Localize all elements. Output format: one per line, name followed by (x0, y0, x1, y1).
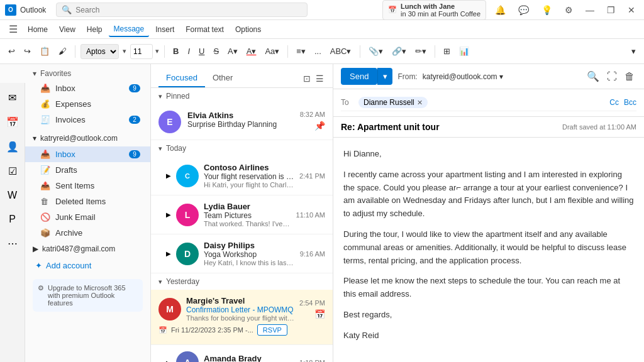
sidebar-item-archive[interactable]: 📦 Archive (25, 225, 150, 241)
send-dropdown-button[interactable]: ▾ (377, 68, 392, 85)
account2-header[interactable]: ▶ katri0487@gmail.com (25, 241, 150, 257)
expand-amanda-button[interactable]: ▶ (166, 359, 171, 363)
subject-text: Re: Apartment unit tour (341, 122, 440, 132)
sidebar-item-sent[interactable]: 📤 Sent Items (25, 178, 150, 194)
menu-format-text[interactable]: Format text (180, 23, 229, 36)
tab-focused[interactable]: Focused (158, 69, 205, 87)
undo-button[interactable]: ↩ (5, 45, 18, 58)
underline-button[interactable]: U (196, 45, 208, 58)
font-size-input[interactable] (130, 44, 153, 59)
sidebar-item-drafts[interactable]: 📝 Drafts (25, 162, 150, 178)
zoom-button[interactable]: 🔍 (585, 69, 601, 84)
subject-elvia: Surprise Birthday Planning (187, 120, 294, 129)
highlight-button[interactable]: A▾ (225, 45, 241, 58)
email-item-lydia[interactable]: ▶ L Lydia Bauer Team Pictures That worke… (151, 195, 333, 234)
email-content-margie: Margie's Travel Confirmation Letter - MP… (186, 296, 294, 322)
chart-button[interactable]: 📊 (456, 45, 472, 58)
lunch-subtitle: in 30 min at Fourth Coffee (401, 10, 480, 18)
redo-button[interactable]: ↪ (21, 45, 34, 58)
nav-word-button[interactable]: W (4, 186, 21, 205)
sender-margie: Margie's Travel (186, 296, 294, 305)
toolbar-expand-button[interactable]: ▾ (628, 45, 639, 58)
more-options-button[interactable]: ... (311, 45, 325, 58)
minimize-button[interactable]: — (582, 4, 598, 16)
sidebar-item-inbox-fav[interactable]: 📥 Inbox 9 (25, 80, 150, 96)
pinned-expand-button[interactable]: ▾ (158, 92, 162, 101)
email-list-content: ▾ Pinned E Elvia Atkins Surprise Birthda… (151, 88, 333, 362)
notifications-button[interactable]: 🔔 (491, 4, 509, 16)
menu-view[interactable]: View (54, 23, 80, 36)
table-button[interactable]: ⊞ (440, 45, 453, 58)
chat-button[interactable]: 💬 (514, 4, 533, 16)
rsvp-button[interactable]: RSVP (257, 324, 287, 336)
account1-header[interactable]: ▾ katryreid@outlook.com (25, 130, 150, 146)
recipient-chip[interactable]: Dianne Russell ✕ (358, 97, 428, 108)
send-button[interactable]: Send (341, 68, 377, 85)
email-item-margie[interactable]: M Margie's Travel Confirmation Letter - … (151, 290, 333, 345)
time-lydia: 11:10 AM (296, 211, 325, 219)
menu-help[interactable]: Help (82, 23, 108, 36)
bold-button[interactable]: B (170, 45, 182, 58)
sidebar-item-inbox-main[interactable]: 📥 Inbox 9 (25, 146, 150, 162)
favorites-header[interactable]: ▾ Favorites (25, 67, 150, 80)
email-item-contoso[interactable]: ▶ C Contoso Airlines Your flight reserva… (151, 156, 333, 195)
sidebar-item-expenses[interactable]: 💰 Expenses (25, 96, 150, 112)
more-format-button[interactable]: Aa▾ (262, 45, 282, 58)
format-painter-button[interactable]: 🖌 (55, 45, 70, 58)
nav-powerpoint-button[interactable]: P (5, 210, 19, 229)
draw-button[interactable]: ✏▾ (412, 45, 430, 58)
email-item-amanda[interactable]: ▶ A Amanda Brady Apartment Parking Spot … (151, 345, 333, 362)
email-item-elvia[interactable]: E Elvia Atkins Surprise Birthday Plannin… (151, 104, 333, 140)
nav-mail-button[interactable]: ✉ (4, 88, 20, 107)
cc-button[interactable]: Cc (609, 98, 619, 107)
email-body[interactable]: Hi Dianne, I recently came across your a… (333, 138, 644, 362)
tab-other[interactable]: Other (205, 69, 241, 87)
clipboard-button[interactable]: 📋 (36, 45, 53, 58)
email-content-elvia: Elvia Atkins Surprise Birthday Planning (187, 111, 294, 129)
link-button[interactable]: 🔗▾ (389, 45, 409, 58)
pop-out-button[interactable]: ⛶ (605, 69, 619, 84)
menu-message[interactable]: Message (109, 22, 150, 37)
settings-button[interactable]: ⚙ (561, 4, 577, 16)
nav-calendar-button[interactable]: 📅 (3, 112, 23, 132)
strikethrough-button[interactable]: S (210, 45, 222, 58)
expand-contoso-button[interactable]: ▶ (166, 172, 171, 179)
today-expand-button[interactable]: ▾ (158, 145, 162, 153)
yesterday-expand-button[interactable]: ▾ (158, 278, 162, 286)
discard-button[interactable]: 🗑 (623, 69, 636, 84)
expand-lydia-button[interactable]: ▶ (166, 211, 171, 218)
menu-options[interactable]: Options (230, 23, 266, 36)
title-bar-actions: 📅 Lunch with Jane in 30 min at Fourth Co… (382, 0, 639, 20)
bcc-button[interactable]: Bcc (624, 98, 636, 107)
line-spacing-button[interactable]: ≡▾ (293, 45, 309, 58)
expand-daisy-button[interactable]: ▶ (166, 250, 171, 257)
chip-close-button[interactable]: ✕ (417, 99, 423, 107)
menu-insert[interactable]: Insert (150, 23, 179, 36)
filter-button[interactable]: ⊡ (302, 72, 312, 85)
email-item-daisy[interactable]: ▶ D Daisy Philips Yoga Workshop Hey Katr… (151, 234, 333, 273)
lightbulb-button[interactable]: 💡 (538, 4, 556, 16)
close-button[interactable]: ✕ (624, 4, 639, 16)
sidebar-item-deleted[interactable]: 🗑 Deleted Items (25, 194, 150, 209)
search-box[interactable]: 🔍 (56, 3, 308, 17)
sidebar-item-invoices[interactable]: 🧾 Invoices 2 (25, 112, 150, 128)
nav-tasks-button[interactable]: ☑ (4, 162, 21, 181)
avatar-lydia: L (176, 204, 199, 226)
italic-button[interactable]: I (184, 45, 193, 58)
nav-people-button[interactable]: 👤 (3, 137, 23, 156)
spell-check-button[interactable]: ABC▾ (327, 45, 355, 58)
font-color-button[interactable]: A▾ (243, 45, 260, 58)
hamburger-button[interactable]: ☰ (5, 22, 21, 36)
nav-more-button[interactable]: ⋯ (4, 234, 21, 253)
menu-home[interactable]: Home (23, 23, 53, 36)
draft-saved-text: Draft saved at 11:00 AM (562, 123, 636, 131)
search-input[interactable] (75, 6, 302, 14)
separator-1 (75, 45, 75, 58)
maximize-button[interactable]: ❐ (603, 4, 619, 16)
attach-button[interactable]: 📎▾ (365, 45, 386, 58)
sidebar-item-junk[interactable]: 🚫 Junk Email (25, 209, 150, 225)
add-account-button[interactable]: ✦ Add account (25, 257, 150, 274)
font-select[interactable]: Aptos (80, 44, 119, 59)
sort-button[interactable]: ☰ (314, 72, 325, 85)
sidebar-label: Archive (55, 228, 140, 238)
